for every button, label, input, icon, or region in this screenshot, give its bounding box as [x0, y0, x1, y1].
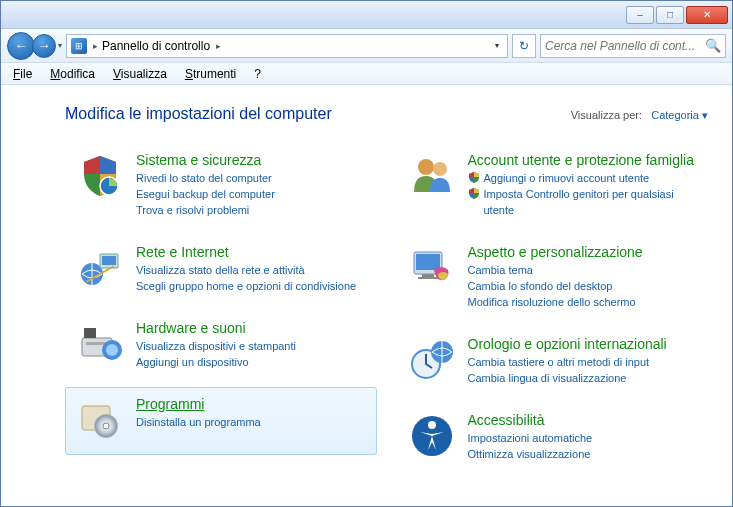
nav-history-dropdown[interactable]: ▾ — [58, 41, 62, 50]
category-link[interactable]: Cambia tastiere o altri metodi di input — [468, 354, 698, 370]
category-link[interactable]: Imposta Controllo genitori per qualsiasi… — [468, 186, 698, 218]
breadcrumb-arrow[interactable]: ▸ — [93, 41, 98, 51]
category-icon — [408, 412, 456, 460]
category-link[interactable]: Aggiungi un dispositivo — [136, 354, 366, 370]
menu-view[interactable]: Visualizza — [105, 65, 175, 83]
category-account-utente-e-protezione-famiglia[interactable]: Account utente e protezione famigliaAggi… — [397, 143, 709, 229]
search-box[interactable]: 🔍 — [540, 34, 726, 58]
category-link[interactable]: Modifica risoluzione dello schermo — [468, 294, 698, 310]
uac-shield-icon — [468, 187, 480, 199]
menu-tools[interactable]: Strumenti — [177, 65, 244, 83]
category-title[interactable]: Aspetto e personalizzazione — [468, 244, 698, 260]
category-icon — [76, 244, 124, 292]
category-link[interactable]: Aggiungi o rimuovi account utente — [468, 170, 698, 186]
category-link[interactable]: Impostazioni automatiche — [468, 430, 698, 446]
category-title[interactable]: Hardware e suoni — [136, 320, 366, 336]
category-icon — [76, 320, 124, 368]
breadcrumb-arrow[interactable]: ▸ — [216, 41, 221, 51]
category-link[interactable]: Cambia lingua di visualizzazione — [468, 370, 698, 386]
title-bar: – □ ✕ — [1, 1, 732, 29]
category-link[interactable]: Rivedi lo stato del computer — [136, 170, 366, 186]
category-rete-e-internet[interactable]: Rete e InternetVisualizza stato della re… — [65, 235, 377, 305]
menu-edit[interactable]: Modifica — [42, 65, 103, 83]
category-orologio-e-opzioni-internazionali[interactable]: Orologio e opzioni internazionaliCambia … — [397, 327, 709, 397]
address-bar[interactable]: ⊞ ▸ Pannello di controllo ▸ ▾ — [66, 34, 508, 58]
address-dropdown[interactable]: ▾ — [491, 41, 503, 50]
category-link[interactable]: Cambia lo sfondo del desktop — [468, 278, 698, 294]
maximize-button[interactable]: □ — [656, 6, 684, 24]
category-link[interactable]: Scegli gruppo home e opzioni di condivis… — [136, 278, 366, 294]
category-icon — [408, 244, 456, 292]
close-button[interactable]: ✕ — [686, 6, 728, 24]
category-icon — [408, 152, 456, 200]
category-title[interactable]: Accessibilità — [468, 412, 698, 428]
content-area: Modifica le impostazioni del computer Vi… — [1, 85, 732, 506]
control-panel-icon: ⊞ — [71, 38, 87, 54]
viewby-dropdown[interactable]: Categoria ▾ — [651, 109, 708, 121]
refresh-button[interactable]: ↻ — [512, 34, 536, 58]
category-link[interactable]: Ottimizza visualizzazione — [468, 446, 698, 462]
menu-help[interactable]: ? — [246, 65, 269, 83]
category-link[interactable]: Cambia tema — [468, 262, 698, 278]
category-link[interactable]: Visualizza stato della rete e attività — [136, 262, 366, 278]
category-title[interactable]: Rete e Internet — [136, 244, 366, 260]
category-title[interactable]: Orologio e opzioni internazionali — [468, 336, 698, 352]
minimize-button[interactable]: – — [626, 6, 654, 24]
menu-file[interactable]: File — [5, 65, 40, 83]
category-icon — [76, 152, 124, 200]
category-title[interactable]: Programmi — [136, 396, 366, 412]
breadcrumb[interactable]: Pannello di controllo — [102, 39, 210, 53]
category-programmi[interactable]: ProgrammiDisinstalla un programma — [65, 387, 377, 455]
uac-shield-icon — [468, 171, 480, 183]
category-link[interactable]: Disinstalla un programma — [136, 414, 366, 430]
viewby: Visualizza per: Categoria ▾ — [571, 109, 708, 122]
category-hardware-e-suoni[interactable]: Hardware e suoniVisualizza dispositivi e… — [65, 311, 377, 381]
category-link[interactable]: Trova e risolvi problemi — [136, 202, 366, 218]
category-accessibilit-[interactable]: AccessibilitàImpostazioni automaticheOtt… — [397, 403, 709, 473]
search-input[interactable] — [545, 39, 705, 53]
category-link[interactable]: Visualizza dispositivi e stampanti — [136, 338, 366, 354]
category-link[interactable]: Esegui backup del computer — [136, 186, 366, 202]
category-title[interactable]: Sistema e sicurezza — [136, 152, 366, 168]
category-icon — [76, 396, 124, 444]
navigation-bar: ← → ▾ ⊞ ▸ Pannello di controllo ▸ ▾ ↻ 🔍 — [1, 29, 732, 63]
category-sistema-e-sicurezza[interactable]: Sistema e sicurezzaRivedi lo stato del c… — [65, 143, 377, 229]
menu-bar: File Modifica Visualizza Strumenti ? — [1, 63, 732, 85]
forward-button[interactable]: → — [32, 34, 56, 58]
search-icon[interactable]: 🔍 — [705, 38, 721, 53]
category-title[interactable]: Account utente e protezione famiglia — [468, 152, 698, 168]
category-icon — [408, 336, 456, 384]
category-aspetto-e-personalizzazione[interactable]: Aspetto e personalizzazioneCambia temaCa… — [397, 235, 709, 321]
page-title: Modifica le impostazioni del computer — [65, 105, 332, 123]
back-button[interactable]: ← — [7, 32, 35, 60]
